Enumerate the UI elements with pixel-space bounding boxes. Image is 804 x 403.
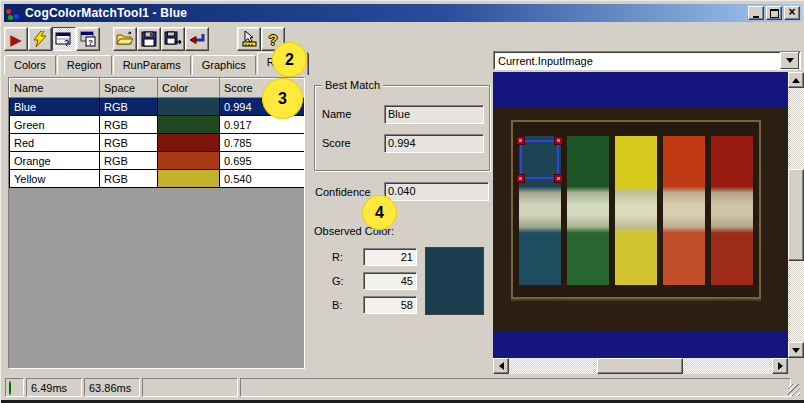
strip-yellow <box>615 136 657 285</box>
horizontal-scrollbar[interactable] <box>493 358 788 374</box>
run-icon: ▶ <box>10 32 22 47</box>
float-window-icon: ? <box>79 31 97 47</box>
reset-arrow-icon <box>189 31 206 47</box>
confidence-label: Confidence <box>315 186 371 198</box>
table-row[interactable]: Blue RGB 0.994 <box>10 98 306 116</box>
best-match-score-label: Score <box>322 137 351 149</box>
open-button[interactable] <box>113 27 137 51</box>
svg-text:?: ? <box>64 38 70 47</box>
callout-4: 4 <box>362 195 397 230</box>
titlebar-buttons: × <box>748 6 802 20</box>
cell-color-swatch <box>158 152 220 170</box>
show-result-grid-button[interactable]: ? <box>52 27 76 51</box>
best-match-score-field[interactable]: 0.994 <box>384 134 484 153</box>
status-timing1: 6.49ms <box>26 378 82 397</box>
b-field[interactable]: 58 <box>363 296 417 314</box>
table-row[interactable]: Yellow RGB 0.540 <box>10 170 306 188</box>
title-bar: ≈ CogColorMatchTool1 - Blue × <box>4 4 802 22</box>
scroll-left-icon <box>495 362 504 370</box>
cell-name: Blue <box>10 98 100 116</box>
status-panel-3 <box>142 378 238 397</box>
help-icon: ? <box>268 32 277 47</box>
scroll-right-icon <box>778 362 787 370</box>
image-viewport <box>493 72 788 358</box>
confidence-field[interactable]: 0.040 <box>384 182 489 201</box>
g-field[interactable]: 45 <box>363 272 417 290</box>
float-window-button[interactable]: ? <box>76 27 100 51</box>
table-row[interactable]: Green RGB 0.917 <box>10 116 306 134</box>
cell-color-swatch <box>158 116 220 134</box>
cell-score: 0.695 <box>220 152 306 170</box>
callout-3: 3 <box>262 78 303 119</box>
image-source-combobox[interactable]: Current.InputImage <box>493 51 801 70</box>
floppy-icon <box>141 31 157 47</box>
cell-space: RGB <box>100 134 158 152</box>
scroll-down-button[interactable] <box>788 342 804 358</box>
best-match-name-label: Name <box>322 108 351 120</box>
scrollbar-corner <box>788 358 804 374</box>
cell-space: RGB <box>100 170 158 188</box>
tab-runparams[interactable]: RunParams <box>113 55 191 75</box>
scroll-right-button[interactable] <box>772 358 788 374</box>
selection-handle-bottom-right[interactable] <box>554 174 563 183</box>
cell-score: 0.785 <box>220 134 306 152</box>
cell-space: RGB <box>100 152 158 170</box>
save-as-button[interactable] <box>161 27 185 51</box>
selection-handle-top-right[interactable] <box>554 136 563 145</box>
maximize-button[interactable] <box>766 6 782 20</box>
cell-score: 0.540 <box>220 170 306 188</box>
scroll-down-icon <box>792 348 800 357</box>
selection-handle-bottom-left[interactable] <box>516 174 525 183</box>
combobox-dropdown-button[interactable] <box>780 52 799 69</box>
best-match-group: Best Match <box>314 85 490 171</box>
column-header-name[interactable]: Name <box>10 79 100 98</box>
app-icon-squiggle: ≈ <box>15 1 22 15</box>
app-icon: ≈ <box>6 6 22 20</box>
scroll-up-button[interactable] <box>788 72 804 88</box>
cell-name: Green <box>10 116 100 134</box>
pointer-ruler-icon <box>241 31 258 47</box>
result-grid-icon: ? <box>55 31 73 47</box>
cell-color-swatch <box>158 134 220 152</box>
cell-name: Orange <box>10 152 100 170</box>
image-source-value: Current.InputImage <box>494 55 780 67</box>
status-led-icon <box>9 381 11 395</box>
cell-space: RGB <box>100 98 158 116</box>
minimize-button[interactable] <box>748 6 764 20</box>
table-row[interactable]: Red RGB 0.785 <box>10 134 306 152</box>
vertical-scroll-thumb[interactable] <box>788 169 804 261</box>
column-header-color[interactable]: Color <box>158 79 220 98</box>
g-label: G: <box>332 275 344 287</box>
close-button[interactable]: × <box>784 6 800 20</box>
results-table-body: Blue RGB 0.994 Green RGB 0.917 Red RGB 0… <box>10 98 306 188</box>
svg-text:?: ? <box>88 38 93 47</box>
strip-orange <box>663 136 705 285</box>
region-selection-rect[interactable] <box>520 140 559 179</box>
minimize-icon <box>753 16 759 18</box>
tab-colors[interactable]: Colors <box>4 55 56 75</box>
reset-button[interactable] <box>185 27 209 51</box>
close-icon: × <box>788 6 795 18</box>
callout-2: 2 <box>272 42 307 77</box>
resize-grip[interactable] <box>788 384 800 396</box>
app-icon-red-dot <box>6 9 11 14</box>
status-led-panel <box>5 378 24 397</box>
column-header-space[interactable]: Space <box>100 79 158 98</box>
horizontal-scroll-thumb[interactable] <box>597 358 683 374</box>
run-button[interactable]: ▶ <box>4 27 28 51</box>
r-field[interactable]: 21 <box>363 248 417 266</box>
status-panel-4 <box>240 378 791 397</box>
best-match-name-field[interactable]: Blue <box>384 105 484 124</box>
table-row[interactable]: Orange RGB 0.695 <box>10 152 306 170</box>
scroll-left-button[interactable] <box>493 358 509 374</box>
app-window: ≈ CogColorMatchTool1 - Blue × ▶ ? ? <box>0 0 804 403</box>
tab-graphics[interactable]: Graphics <box>192 55 256 75</box>
pointer-tool-button[interactable] <box>237 27 261 51</box>
tab-region[interactable]: Region <box>57 55 112 75</box>
selection-handle-top-left[interactable] <box>516 136 525 145</box>
save-button[interactable] <box>137 27 161 51</box>
run-live-button[interactable] <box>28 27 52 51</box>
vertical-scrollbar[interactable] <box>788 72 804 358</box>
lightning-icon <box>32 31 48 47</box>
results-table: Name Space Color Score Blue RGB 0.994 Gr… <box>8 77 305 369</box>
